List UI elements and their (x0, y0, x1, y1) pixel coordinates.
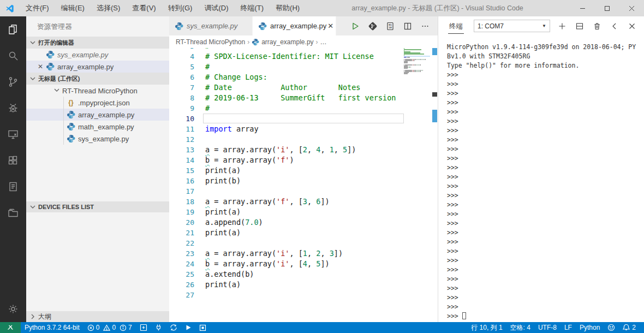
menu-帮[interactable]: 帮助(H) (271, 1, 305, 15)
tab-sys_example.py[interactable]: sys_example.py (169, 16, 253, 35)
line-number[interactable]: 19 (169, 207, 194, 217)
line-number[interactable]: 25 (169, 269, 194, 280)
workspace-header[interactable]: 无标题 (工作区) (26, 73, 169, 85)
python-interpreter[interactable]: Python 3.7.2 64-bit (21, 322, 84, 333)
line-number[interactable]: 9 (169, 103, 194, 114)
line-number[interactable]: 24 (169, 259, 194, 269)
line-number[interactable]: 18 (169, 197, 194, 207)
open-editors-header[interactable]: 打开的编辑器 (26, 37, 169, 49)
source-control-icon[interactable] (0, 69, 26, 95)
code-line-8[interactable]: 8# 2019-06-13 SummerGift first version (169, 93, 438, 103)
more-actions-icon[interactable] (419, 20, 431, 32)
indentation[interactable]: 空格: 4 (506, 322, 534, 333)
terminal-output[interactable]: MicroPython v1.9.4-114-g309fe39d on 2018… (438, 35, 644, 322)
code-line-23[interactable]: 23a = array.array('i', [1, 2, 3]) (169, 248, 438, 259)
sync-icon[interactable] (166, 322, 181, 333)
notifications-bell[interactable]: 2 (619, 322, 640, 333)
run-icon[interactable] (349, 20, 361, 32)
code-line-11[interactable]: 11import array (169, 124, 438, 134)
line-number[interactable]: 16 (169, 176, 194, 186)
binary-download-icon[interactable]: 0110 (384, 20, 396, 32)
plug-icon[interactable] (151, 322, 166, 333)
folder-icon[interactable] (0, 200, 26, 226)
line-number[interactable]: 7 (169, 82, 194, 93)
tab-array_example.py[interactable]: array_example.py✕ (253, 16, 336, 35)
new-terminal-icon[interactable] (558, 22, 567, 31)
code-line-26[interactable]: 26print(a) (169, 280, 438, 290)
line-number[interactable]: 4 (169, 51, 194, 62)
line-number[interactable]: 6 (169, 72, 194, 82)
line-number[interactable]: 26 (169, 280, 194, 290)
menu-选[interactable]: 选择(S) (92, 1, 125, 15)
menu-编[interactable]: 编辑(E) (56, 1, 90, 15)
minimize-icon[interactable] (570, 0, 595, 16)
code-line-7[interactable]: 7# Date Author Notes (169, 82, 438, 93)
code-line-13[interactable]: 13a = array.array('i', [2, 4, 1, 5]) (169, 145, 438, 155)
menu-调[interactable]: 调试(D) (199, 1, 233, 15)
problems-status[interactable]: 0 0 7 (84, 322, 136, 333)
menu-转[interactable]: 转到(G) (163, 1, 198, 15)
menu-文[interactable]: 文件(F) (21, 1, 54, 15)
line-number[interactable]: 22 (169, 238, 194, 248)
code-editor[interactable]: 3#4# SPDX-License-Identifier: MIT Licens… (169, 48, 438, 322)
line-number[interactable]: 11 (169, 124, 194, 134)
close-tab-icon[interactable]: ✕ (326, 22, 335, 30)
debug-icon[interactable] (0, 95, 26, 121)
kill-terminal-icon[interactable] (593, 22, 601, 31)
stop-icon[interactable] (195, 322, 210, 333)
line-number[interactable]: 21 (169, 228, 194, 238)
code-line-5[interactable]: 5# (169, 62, 438, 72)
close-panel-icon[interactable] (628, 22, 636, 31)
tree-item-math_example.py[interactable]: math_example.py (26, 121, 169, 133)
line-number[interactable]: 20 (169, 217, 194, 228)
chevron-left-icon[interactable] (610, 22, 619, 31)
outline-header[interactable]: 大纲 (26, 311, 169, 322)
add-project-icon[interactable] (136, 322, 151, 333)
menu-查[interactable]: 查看(V) (127, 1, 160, 15)
play-icon[interactable] (181, 322, 195, 333)
smiley-icon[interactable] (604, 322, 619, 333)
code-line-16[interactable]: 16print(b) (169, 176, 438, 186)
tree-item-sys_example.py[interactable]: sys_example.py (26, 133, 169, 145)
split-editor-icon[interactable] (402, 20, 414, 32)
line-number[interactable]: 27 (169, 290, 194, 300)
remote-indicator-icon[interactable] (0, 322, 21, 333)
tab-terminal[interactable]: 终端 (448, 19, 464, 34)
code-line-22[interactable]: 22 (169, 238, 438, 248)
code-line-18[interactable]: 18a = array.array('f', [3, 6]) (169, 197, 438, 207)
split-terminal-icon[interactable] (575, 22, 584, 31)
line-number[interactable]: 14 (169, 155, 194, 165)
code-line-10[interactable]: 10 (169, 114, 438, 124)
line-number[interactable]: 12 (169, 134, 194, 145)
notes-icon[interactable] (0, 174, 26, 200)
open-editor-array_example.py[interactable]: ✕array_example.py (26, 61, 169, 73)
code-line-17[interactable]: 17 (169, 186, 438, 197)
code-line-9[interactable]: 9# (169, 103, 438, 114)
code-line-6[interactable]: 6# Change Logs: (169, 72, 438, 82)
folder-row-rt-thread[interactable]: RT-Thread MicroPython (26, 85, 169, 97)
breadcrumb-item[interactable]: … (320, 38, 327, 46)
close-editor-icon[interactable]: ✕ (36, 63, 45, 70)
minimap[interactable] (404, 48, 430, 75)
code-line-27[interactable]: 27 (169, 290, 438, 300)
maximize-icon[interactable] (595, 0, 619, 16)
eol-sequence[interactable]: LF (560, 322, 576, 333)
open-editor-sys_example.py[interactable]: sys_example.py (26, 49, 169, 61)
code-line-12[interactable]: 12 (169, 134, 438, 145)
line-number[interactable]: 10 (169, 114, 194, 124)
line-number[interactable]: 23 (169, 248, 194, 259)
code-line-21[interactable]: 21print(a) (169, 228, 438, 238)
code-line-25[interactable]: 25a.extend(b) (169, 269, 438, 280)
tree-item-array_example.py[interactable]: array_example.py (26, 109, 169, 121)
encoding[interactable]: UTF-8 (534, 322, 560, 333)
code-line-14[interactable]: 14b = array.array('f') (169, 155, 438, 165)
terminal-selector[interactable]: 1: COM7 ▼ (474, 20, 550, 32)
code-line-19[interactable]: 19print(a) (169, 207, 438, 217)
overview-ruler[interactable] (431, 48, 438, 322)
extensions-icon[interactable] (0, 147, 26, 174)
line-number[interactable]: 8 (169, 93, 194, 103)
files-icon[interactable] (0, 16, 26, 43)
gear-icon[interactable] (0, 296, 26, 322)
breadcrumb[interactable]: RT-Thread MicroPython›array_example.py›… (169, 35, 438, 48)
line-number[interactable]: 5 (169, 62, 194, 72)
